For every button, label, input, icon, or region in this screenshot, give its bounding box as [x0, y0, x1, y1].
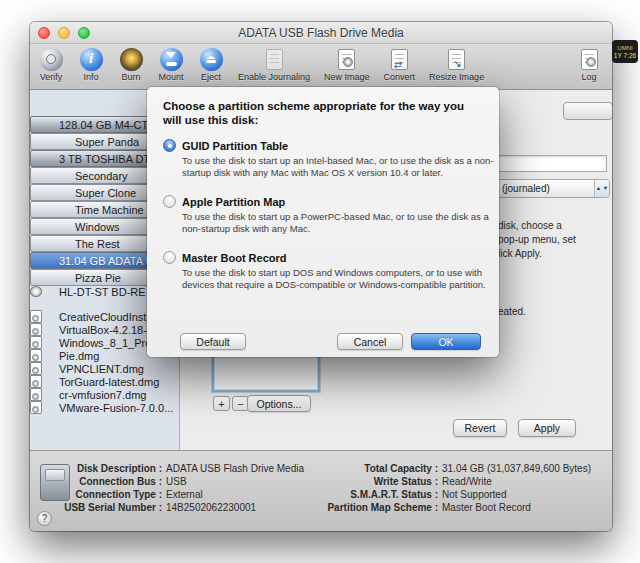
- optical-icon: [41, 287, 54, 297]
- toolbar-convert-button[interactable]: Convert: [384, 47, 416, 82]
- default-button[interactable]: Default: [180, 333, 246, 350]
- toolbar-info-button[interactable]: i Info: [78, 47, 104, 82]
- info-row: USB Serial Number : 14B2502062230001: [60, 501, 304, 514]
- info-row: Disk Description : ADATA USB Flash Drive…: [60, 462, 304, 475]
- menubar-clock-widget[interactable]: UMNI 1Y 7:26: [612, 40, 638, 63]
- resize-image-icon: [445, 47, 469, 71]
- desktop-background: ADATA USB Flash Drive Media Verify i Inf…: [0, 0, 640, 563]
- partition-scheme-options: GUID Partition Table To use the disk to …: [163, 139, 483, 291]
- toolbar-enable-journaling-button[interactable]: Enable Journaling: [238, 47, 310, 82]
- info-row: S.M.A.R.T. Status : Not Supported: [320, 488, 591, 501]
- toolbar-new-image-button[interactable]: New Image: [324, 47, 370, 82]
- partition-scheme-option[interactable]: Apple Partition Map To use the disk to s…: [163, 195, 483, 235]
- sidebar-item[interactable]: TorGuard-latest.dmg: [30, 375, 42, 388]
- help-button[interactable]: ?: [37, 511, 52, 526]
- option-label: Master Boot Record: [182, 252, 287, 264]
- sidebar-item[interactable]: CreativeCloudInsta...: [30, 310, 42, 323]
- dmg-icon: [41, 312, 54, 322]
- options-button[interactable]: Options...: [247, 395, 311, 412]
- toolbar-burn-button[interactable]: Burn: [118, 47, 144, 82]
- toolbar-label: Enable Journaling: [238, 72, 310, 82]
- dmg-icon: [41, 351, 54, 361]
- toolbar-resize-image-button[interactable]: Resize Image: [429, 47, 484, 82]
- info-row: Connection Type : External: [60, 488, 304, 501]
- info-row: Connection Bus : USB: [60, 475, 304, 488]
- volume-icon: [57, 171, 70, 181]
- sidebar-item-label: cr-vmfusion7.dmg: [59, 389, 146, 401]
- volume-icon: [57, 137, 70, 147]
- clock-widget-line1: UMNI: [617, 44, 632, 52]
- option-description: To use the disk to start up an Intel-bas…: [182, 155, 494, 179]
- log-icon: [577, 47, 601, 71]
- radio-button-icon[interactable]: [163, 139, 176, 152]
- info-value: Master Boot Record: [442, 501, 531, 514]
- sidebar-item-label: Secondary: [75, 170, 128, 182]
- sidebar-item[interactable]: VirtualBox-4.2.18-8...: [30, 323, 42, 336]
- radio-button-icon[interactable]: [163, 251, 176, 264]
- info-label: S.M.A.R.T. Status :: [320, 488, 438, 501]
- sidebar-item[interactable]: cr-vmfusion7.dmg: [30, 388, 42, 401]
- verify-icon: [39, 47, 63, 71]
- apply-button[interactable]: Apply: [518, 419, 576, 437]
- info-value: External: [166, 488, 203, 501]
- revert-button[interactable]: Revert: [453, 419, 507, 437]
- toolbar-verify-button[interactable]: Verify: [38, 47, 64, 82]
- toolbar-label: Mount: [158, 72, 183, 82]
- window-titlebar[interactable]: ADATA USB Flash Drive Media: [30, 22, 612, 44]
- toolbar-eject-button[interactable]: ⏏ Eject: [198, 47, 224, 82]
- toolbar-label: Info: [83, 72, 98, 82]
- sidebar-item[interactable]: VMware-Fusion-7.0.0...: [30, 401, 42, 414]
- sidebar-item-label: Super Clone: [75, 187, 136, 199]
- info-column-right: Total Capacity : 31.04 GB (31,037,849,60…: [320, 462, 591, 514]
- tab-bar-fragment[interactable]: [563, 102, 612, 120]
- info-row: Total Capacity : 31.04 GB (31,037,849,60…: [320, 462, 591, 475]
- disk-icon: [41, 154, 54, 164]
- dmg-icon: [41, 325, 54, 335]
- sidebar-item[interactable]: VPNCLIENT.dmg: [30, 362, 42, 375]
- sidebar-item-label: Time Machine: [75, 204, 144, 216]
- burn-icon: [119, 47, 143, 71]
- option-label: GUID Partition Table: [182, 140, 288, 152]
- dmg-icon: [41, 390, 54, 400]
- add-partition-button[interactable]: +: [213, 396, 230, 411]
- radio-button-icon[interactable]: [163, 195, 176, 208]
- mount-icon: [159, 47, 183, 71]
- sidebar-item-label: Super Panda: [75, 136, 139, 148]
- eject-icon: ⏏: [199, 47, 223, 71]
- toolbar-label: Convert: [384, 72, 416, 82]
- disk-icon: [41, 120, 54, 130]
- info-value: USB: [166, 475, 187, 488]
- ok-button[interactable]: OK: [411, 333, 481, 350]
- toolbar-label: Verify: [40, 72, 63, 82]
- journaling-icon: [262, 47, 286, 71]
- toolbar-log-button[interactable]: Log: [576, 47, 602, 82]
- disk-icon: [41, 256, 54, 266]
- window-title: ADATA USB Flash Drive Media: [30, 26, 612, 40]
- dmg-icon: [41, 377, 54, 387]
- sidebar-item-label: Pizza Pie: [75, 272, 121, 284]
- info-label: Write Status :: [320, 475, 438, 488]
- volume-icon: [57, 239, 70, 249]
- dmg-icon: [41, 403, 54, 413]
- instruction-text-fragment: eated.: [498, 306, 526, 317]
- info-label: Disk Description :: [60, 462, 162, 475]
- toolbar-label: New Image: [324, 72, 370, 82]
- sidebar-item-label: TorGuard-latest.dmg: [59, 376, 159, 388]
- toolbar-label: Eject: [201, 72, 221, 82]
- partition-scheme-option[interactable]: GUID Partition Table To use the disk to …: [163, 139, 483, 179]
- format-popup-value: (journaled): [502, 183, 550, 194]
- sidebar-item[interactable]: HL-DT-ST BD-RE W...: [30, 286, 42, 297]
- dmg-icon: [41, 338, 54, 348]
- partition-scheme-option[interactable]: Master Boot Record To use the disk to st…: [163, 251, 483, 291]
- info-icon: i: [79, 47, 103, 71]
- new-image-icon: [335, 47, 359, 71]
- disk-info-panel: Disk Description : ADATA USB Flash Drive…: [30, 450, 612, 531]
- toolbar-label: Log: [581, 72, 596, 82]
- instruction-text-fragment: lick Apply.: [498, 248, 542, 259]
- cancel-button[interactable]: Cancel: [337, 333, 403, 350]
- volume-icon: [57, 222, 70, 232]
- sidebar-item[interactable]: Windows_8_1_Pro_...: [30, 336, 42, 349]
- toolbar-mount-button[interactable]: Mount: [158, 47, 184, 82]
- volume-icon: [57, 205, 70, 215]
- sidebar-item[interactable]: Pie.dmg: [30, 349, 42, 362]
